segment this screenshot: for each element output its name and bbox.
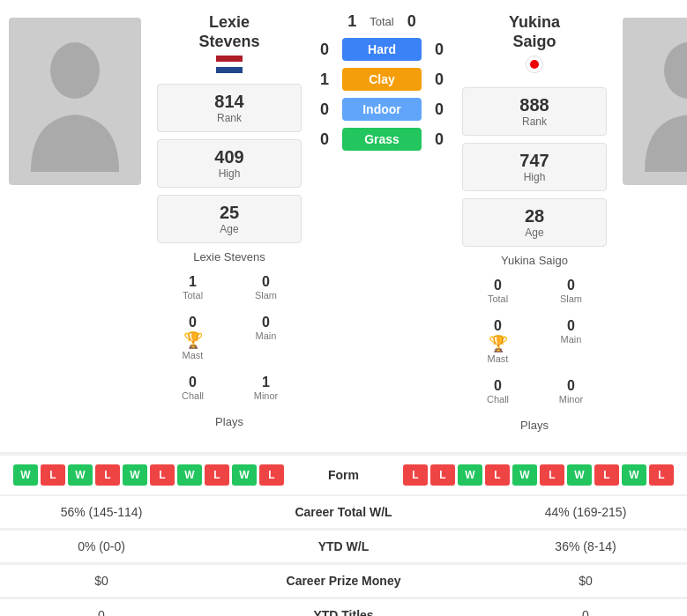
left-minor-cell: 1 Minor: [230, 371, 302, 404]
right-main-label: Main: [537, 334, 605, 345]
total-row: 1 Total 0: [316, 12, 448, 31]
indoor-button[interactable]: Indoor: [342, 98, 422, 121]
jp-flag-icon: [526, 56, 543, 73]
svg-rect-1: [216, 56, 243, 62]
left-indoor-score: 0: [316, 100, 333, 119]
left-avatar: [9, 18, 141, 185]
right-form-l2: L: [430, 464, 455, 486]
left-form-w1: W: [13, 464, 38, 486]
right-age-box: 28 Age: [462, 198, 607, 247]
grass-row: 0 Grass 0: [316, 128, 448, 151]
svg-point-0: [50, 42, 100, 99]
middle-section: 1 Total 0 0 Hard 0 1 Clay 0 0 Indoor 0: [309, 9, 455, 443]
right-main-cell: 0 Main: [535, 315, 607, 367]
right-career-wl: 44% (169-215): [497, 505, 674, 519]
right-form-pills: L L W L W L W L W L: [403, 464, 674, 486]
right-avatar-silhouette: [636, 31, 687, 172]
left-slam-value: 0: [232, 274, 300, 290]
right-chall-value: 0: [464, 378, 532, 394]
left-clay-score: 1: [316, 71, 333, 89]
left-total-label: Total: [159, 290, 227, 301]
player-comparison-section: Lexie Stevens 814 Rank 409 High: [0, 0, 687, 452]
left-form-l5: L: [259, 464, 284, 486]
right-mast-stats: 0 🏆 Mast 0 Main: [462, 315, 607, 367]
right-slam-label: Slam: [537, 293, 605, 304]
left-player-stats: Lexie Stevens 814 Rank 409 High: [150, 9, 309, 443]
left-slam-label: Slam: [232, 290, 300, 301]
right-clay-score: 0: [430, 71, 448, 89]
left-age-label: Age: [165, 223, 294, 235]
left-player-name-box: Lexie Stevens: [157, 13, 302, 73]
right-form-w2: W: [512, 464, 537, 486]
hard-button[interactable]: Hard: [342, 38, 422, 61]
left-mast-stats: 0 🏆 Mast 0 Main: [157, 311, 302, 364]
right-flag: [462, 56, 607, 77]
left-chall-stats: 0 Chall 1 Minor: [157, 371, 302, 404]
right-player-surname: Saigo: [462, 33, 607, 52]
left-rank-value: 814: [165, 92, 294, 112]
left-form-l2: L: [95, 464, 120, 486]
left-chall-cell: 0 Chall: [157, 371, 228, 404]
right-age-label: Age: [470, 226, 599, 239]
right-player-stats: Yukina Saigo 888 Rank 747 High 28: [455, 9, 614, 443]
prize-money-row: $0 Career Prize Money $0: [0, 565, 687, 597]
right-mast-value: 0: [494, 318, 502, 334]
clay-button[interactable]: Clay: [342, 68, 422, 91]
right-rank-box: 888 Rank: [462, 87, 607, 136]
left-prize: $0: [13, 574, 190, 588]
right-player-name: Yukina: [462, 13, 607, 33]
left-title-stats: 1 Total 0 Slam: [157, 271, 302, 304]
grass-button[interactable]: Grass: [342, 128, 422, 151]
right-ytd-wl: 36% (8-14): [497, 539, 674, 553]
right-total-cell: 0 Total: [462, 274, 534, 308]
left-rank-label: Rank: [165, 112, 294, 124]
right-trophy-icon: 🏆: [489, 334, 508, 353]
svg-rect-3: [216, 67, 243, 73]
right-prize: $0: [497, 574, 674, 588]
right-high-label: High: [470, 171, 599, 183]
left-main-value: 0: [232, 315, 300, 330]
right-minor-cell: 0 Minor: [535, 375, 607, 408]
right-high-value: 747: [470, 151, 599, 171]
nl-flag-icon: [216, 56, 243, 73]
right-total-value: 0: [464, 278, 532, 293]
left-chall-value: 0: [159, 375, 227, 390]
left-form-w3: W: [123, 464, 147, 486]
left-player-surname: Stevens: [157, 33, 302, 52]
clay-row: 1 Clay 0: [316, 68, 448, 91]
right-player-name-box: Yukina Saigo: [462, 13, 607, 77]
left-hard-score: 0: [316, 41, 333, 59]
right-form-l6: L: [649, 464, 674, 486]
left-flag: [157, 56, 302, 73]
career-total-label: Career Total W/L: [190, 505, 497, 519]
right-chall-stats: 0 Chall 0 Minor: [462, 375, 607, 408]
left-high-value: 409: [165, 147, 294, 167]
right-name-below: Yukina Saigo: [462, 250, 607, 271]
right-chall-cell: 0 Chall: [462, 375, 534, 408]
right-total-label: Total: [464, 293, 532, 304]
right-minor-value: 0: [537, 378, 605, 394]
left-career-wl: 56% (145-114): [13, 505, 190, 519]
right-plays-label: Plays: [462, 412, 607, 439]
right-slam-cell: 0 Slam: [535, 274, 607, 308]
left-plays-label: Plays: [157, 408, 302, 435]
ytd-titles-label: YTD Titles: [190, 608, 497, 616]
right-age-value: 28: [470, 206, 599, 226]
ytd-wl-row: 0% (0-0) YTD W/L 36% (8-14): [0, 531, 687, 563]
left-form-w2: W: [68, 464, 93, 486]
right-form-w1: W: [458, 464, 482, 486]
jp-flag-circle: [530, 60, 539, 69]
left-ytd-titles: 0: [13, 608, 190, 616]
hard-row: 0 Hard 0: [316, 38, 448, 61]
right-ytd-titles: 0: [497, 608, 674, 616]
left-form-l1: L: [41, 464, 65, 486]
left-slam-cell: 0 Slam: [230, 271, 302, 304]
ytd-wl-label: YTD W/L: [190, 539, 497, 553]
right-form-l5: L: [594, 464, 619, 486]
left-chall-label: Chall: [159, 390, 227, 401]
left-ytd-wl: 0% (0-0): [13, 539, 190, 553]
right-rank-label: Rank: [470, 115, 599, 128]
left-form-pills: W L W L W L W L W L: [13, 464, 284, 486]
left-form-l3: L: [150, 464, 175, 486]
left-age-value: 25: [165, 203, 294, 223]
